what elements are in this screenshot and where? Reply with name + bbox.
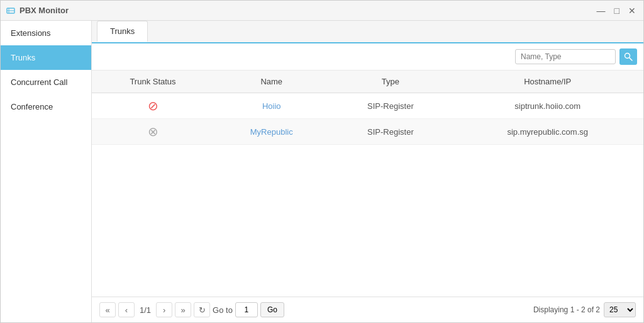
tab-trunks[interactable]: Trunks <box>97 21 148 42</box>
search-input[interactable] <box>515 49 616 64</box>
table-row: ⊗ MyRepublic SIP-Register sip.myrepublic… <box>92 119 643 145</box>
go-to-input[interactable] <box>235 302 258 317</box>
trunk-name-link[interactable]: MyRepublic <box>250 127 293 137</box>
first-page-button[interactable]: « <box>99 302 116 317</box>
per-page-select[interactable]: 25 50 100 <box>604 302 636 317</box>
tab-bar: Trunks <box>92 21 643 43</box>
refresh-icon: ↻ <box>199 305 206 315</box>
hostname-cell: sip.myrepublic.com.sg <box>452 119 643 145</box>
name-cell: Hoiio <box>214 93 329 119</box>
status-error-icon: ⊗ <box>148 125 158 139</box>
content-area: Trunks T <box>92 21 643 322</box>
table-row: ⊘ Hoiio SIP-Register siptrunk.hoiio.com <box>92 93 643 119</box>
maximize-button[interactable]: □ <box>612 6 622 16</box>
trunks-table: Trunk Status Name Type Hostname/IP <box>92 71 643 145</box>
col-type: Type <box>329 71 452 93</box>
app-title: PBX Monitor <box>19 6 69 15</box>
close-button[interactable]: ✕ <box>626 6 638 16</box>
refresh-button[interactable]: ↻ <box>194 302 210 317</box>
trunk-name-link[interactable]: Hoiio <box>262 101 281 111</box>
toolbar <box>92 43 643 71</box>
name-cell: MyRepublic <box>214 119 329 145</box>
pagination-left: « ‹ 1/1 › » ↻ Go to <box>99 302 284 317</box>
app-window: PBX Monitor — □ ✕ Extensions Trunks Conc… <box>0 0 644 323</box>
next-page-button[interactable]: › <box>156 302 172 317</box>
status-disabled-icon: ⊘ <box>148 99 158 113</box>
title-bar-controls: — □ ✕ <box>594 6 638 16</box>
col-hostname: Hostname/IP <box>452 71 643 93</box>
prev-page-button[interactable]: ‹ <box>118 302 135 317</box>
app-icon <box>6 6 16 16</box>
col-trunk-status: Trunk Status <box>92 71 214 93</box>
pagination: « ‹ 1/1 › » ↻ Go to <box>92 297 643 322</box>
minimize-button[interactable]: — <box>594 6 608 16</box>
title-bar: PBX Monitor — □ ✕ <box>1 1 643 21</box>
sidebar-item-trunks[interactable]: Trunks <box>1 45 91 70</box>
search-button[interactable] <box>619 48 637 65</box>
type-cell: SIP-Register <box>329 119 452 145</box>
col-name: Name <box>214 71 329 93</box>
display-info: Displaying 1 - 2 of 2 <box>533 305 600 314</box>
title-bar-left: PBX Monitor <box>6 6 69 16</box>
table-area: Trunk Status Name Type Hostname/IP <box>92 71 643 297</box>
sidebar: Extensions Trunks Concurrent Call Confer… <box>1 21 92 322</box>
hostname-cell: siptrunk.hoiio.com <box>452 93 643 119</box>
table-header-row: Trunk Status Name Type Hostname/IP <box>92 71 643 93</box>
trunk-status-cell: ⊘ <box>92 93 214 119</box>
search-icon <box>624 52 633 61</box>
go-to-label: Go to <box>213 305 233 315</box>
sidebar-item-extensions[interactable]: Extensions <box>1 21 91 45</box>
go-button[interactable]: Go <box>260 302 284 317</box>
trunk-status-cell: ⊗ <box>92 119 214 145</box>
type-cell: SIP-Register <box>329 93 452 119</box>
pagination-right: Displaying 1 - 2 of 2 25 50 100 <box>533 302 636 317</box>
current-page-info: 1/1 <box>137 305 153 315</box>
last-page-button[interactable]: » <box>175 302 191 317</box>
main-layout: Extensions Trunks Concurrent Call Confer… <box>1 21 643 322</box>
svg-line-4 <box>630 58 633 61</box>
sidebar-item-conference[interactable]: Conference <box>1 94 91 119</box>
sidebar-item-concurrent-call[interactable]: Concurrent Call <box>1 70 91 94</box>
